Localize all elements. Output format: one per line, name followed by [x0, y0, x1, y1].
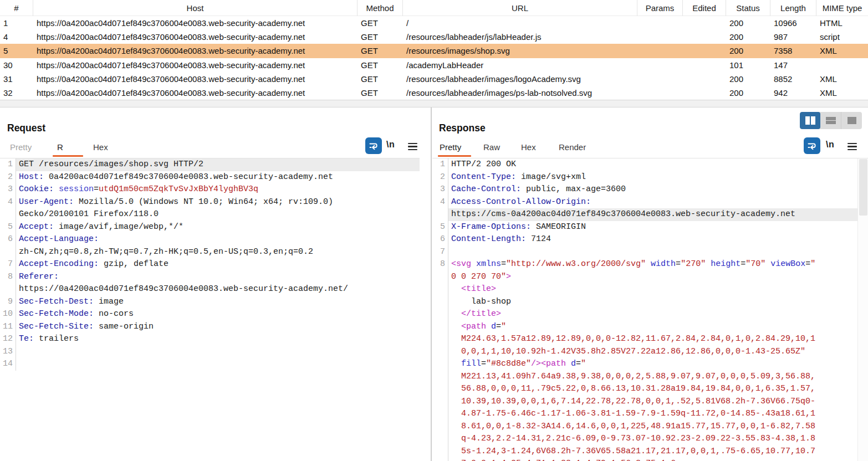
cell-status: 200 — [726, 30, 770, 44]
split-columns-button[interactable] — [800, 112, 820, 129]
response-line-number — [432, 433, 448, 445]
cell-method: GET — [358, 16, 403, 30]
cell-host: https://0a4200ac04d071ef849c3706004e0083… — [33, 86, 358, 100]
column-header-params[interactable]: Params — [637, 0, 683, 16]
cell-id: 4 — [0, 30, 33, 44]
request-line-content: https://0a4200ac04d071ef849c3706004e0083… — [16, 283, 420, 296]
table-row-32[interactable]: 32https://0a4200ac04d071ef849c3706004e00… — [0, 86, 868, 100]
column-header-url[interactable]: URL — [403, 0, 637, 16]
response-line: 56.88,0,0,0,11,.79c5.22,0,8.66.13,10.31.… — [432, 383, 857, 396]
cell-method: GET — [358, 86, 403, 100]
response-line-number — [432, 358, 448, 371]
response-line: 5s-1.24,3-1.24,6V68.2h-7.36V65.58a21.17,… — [432, 445, 857, 458]
table-row-1[interactable]: 1https://0a4200ac04d071ef849c3706004e008… — [0, 16, 868, 30]
table-row-31[interactable]: 31https://0a4200ac04d071ef849c3706004e00… — [0, 72, 868, 86]
cell-mime: XML — [816, 44, 868, 58]
response-tab-pretty[interactable]: Pretty — [440, 142, 461, 152]
horizontal-splitter[interactable] — [0, 100, 868, 107]
request-line: 13 — [0, 346, 420, 358]
response-line-number: 7 — [432, 246, 448, 259]
response-tab-raw[interactable]: Raw — [483, 142, 500, 152]
table-row-30[interactable]: 30https://0a4200ac04d071ef849c3706004e00… — [0, 58, 868, 72]
request-line-content: Accept: image/avif,image/webp,*/* — [16, 221, 420, 234]
cell-mime: XML — [816, 86, 868, 100]
cell-method: GET — [358, 44, 403, 58]
response-line: q-4.23,2.2-14.31,2.21c-6.09,0-9.73.07-10… — [432, 433, 857, 445]
newline-icon[interactable]: \n — [826, 140, 834, 150]
newline-icon[interactable]: \n — [386, 140, 395, 150]
request-tab-r[interactable]: R — [57, 142, 63, 152]
response-line-content: 8.61,0,0,1-8.32-3A14.6,14.6,0,0,1,225,48… — [448, 421, 857, 433]
column-header-method[interactable]: Method — [358, 0, 403, 16]
request-tab-hex[interactable]: Hex — [93, 142, 108, 152]
response-editor[interactable]: 1HTTP/2 200 OK2Content-Type: image/svg+x… — [432, 158, 857, 461]
single-panel-button[interactable] — [841, 112, 862, 129]
column-header-host[interactable]: Host — [33, 0, 358, 16]
response-line: <title> — [432, 283, 857, 296]
request-line-content: Te: trailers — [16, 333, 420, 346]
cell-edited — [683, 16, 726, 30]
response-line: 8<svg xmlns="http://www.w3.org/2000/svg"… — [432, 258, 857, 271]
response-scrollbar[interactable] — [857, 158, 868, 461]
response-line-number: 1 — [432, 158, 448, 171]
response-line-content: <title> — [448, 283, 857, 296]
response-line-number — [432, 445, 448, 458]
request-line-number: 6 — [0, 233, 16, 246]
response-line-content: 7,0,0,1,4.25-4.71c1.88-1,4.79-1.56,8.75-… — [448, 458, 857, 461]
menu-icon[interactable] — [847, 143, 857, 150]
cell-url: / — [403, 16, 637, 30]
cell-method: GET — [358, 72, 403, 86]
response-line-number: 4 — [432, 196, 448, 209]
column-header-edited[interactable]: Edited — [683, 0, 726, 16]
request-line-number: 13 — [0, 346, 16, 358]
response-line-content: Content-Type: image/svg+xml — [448, 171, 857, 184]
word-wrap-glyph — [368, 140, 379, 151]
response-line-content: M224.63,1.57a12.89,12.89,0,0,0-12.82,11.… — [448, 333, 857, 346]
column-header-mime-type[interactable]: MIME type — [816, 0, 868, 16]
request-line-number: 2 — [0, 171, 16, 184]
request-line-number: 14 — [0, 358, 16, 371]
response-line-number — [432, 458, 448, 461]
view-layout-toggle-group — [800, 112, 862, 129]
word-wrap-icon[interactable] — [804, 137, 820, 154]
split-rows-button[interactable] — [820, 112, 841, 129]
request-line: 11Sec-Fetch-Site: same-origin — [0, 321, 420, 334]
cell-url: /resources/labheader/images/ps-lab-notso… — [403, 86, 637, 100]
response-line: 6Content-Length: 7124 — [432, 233, 857, 246]
response-tab-hex[interactable]: Hex — [521, 142, 536, 152]
response-line-content: fill="#8c8d8e"/><path d=" — [448, 358, 857, 371]
response-scrollbar-thumb[interactable] — [859, 159, 867, 216]
request-line-content: User-Agent: Mozilla/5.0 (Windows NT 10.0… — [16, 196, 420, 209]
response-line: </title> — [432, 308, 857, 321]
request-tab-pretty[interactable]: Pretty — [10, 142, 32, 152]
column-header-length[interactable]: Length — [770, 0, 816, 16]
response-line-content: Cache-Control: public, max-age=3600 — [448, 183, 857, 196]
column-header--[interactable]: # — [0, 0, 33, 16]
vertical-divider[interactable] — [431, 107, 432, 461]
request-line: 14 — [0, 358, 420, 371]
cell-length: 147 — [770, 58, 816, 72]
request-line-number: 4 — [0, 196, 16, 209]
cell-edited — [683, 58, 726, 72]
response-line-content: <path d=" — [448, 321, 857, 334]
word-wrap-icon[interactable] — [365, 137, 382, 154]
response-line-number — [432, 396, 448, 408]
response-line-content: Access-Control-Allow-Origin: — [448, 196, 857, 209]
table-row-4[interactable]: 4https://0a4200ac04d071ef849c3706004e008… — [0, 30, 868, 44]
response-line-content: lab-shop — [448, 296, 857, 309]
request-line-number: 12 — [0, 333, 16, 346]
request-editor[interactable]: 1GET /resources/images/shop.svg HTTP/22H… — [0, 158, 420, 461]
request-line-content: Accept-Language: — [16, 233, 420, 246]
response-line-content: 56.88,0,0,0,11,.79c5.22,0,8.66.13,10.31.… — [448, 383, 857, 396]
column-header-status[interactable]: Status — [726, 0, 770, 16]
response-line: 4Access-Control-Allow-Origin: — [432, 196, 857, 209]
request-active-tab-underline — [53, 155, 83, 157]
response-tab-render[interactable]: Render — [559, 142, 586, 152]
request-line: zh-CN,zh;q=0.8,zh-TW;q=0.7,zh-HK;q=0.5,e… — [0, 246, 420, 259]
cell-url: /resources/images/shop.svg — [403, 44, 637, 58]
request-line: 9Sec-Fetch-Dest: image — [0, 296, 420, 309]
menu-icon[interactable] — [408, 143, 417, 150]
table-row-5[interactable]: 5https://0a4200ac04d071ef849c3706004e008… — [0, 44, 868, 58]
response-active-tab-underline — [438, 155, 471, 157]
request-panel-title: Request — [7, 122, 45, 134]
